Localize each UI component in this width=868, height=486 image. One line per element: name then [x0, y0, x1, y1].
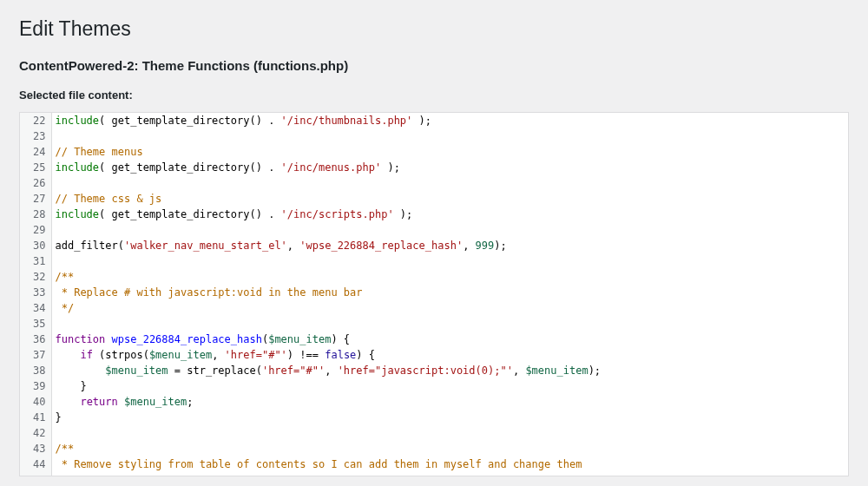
code-cell[interactable]: [51, 316, 848, 332]
code-cell[interactable]: * Remove styling from table of contents …: [51, 456, 848, 472]
code-cell[interactable]: */: [51, 300, 848, 316]
page-title: Edit Themes: [19, 17, 849, 41]
code-cell[interactable]: [51, 128, 848, 144]
code-line[interactable]: 32/**: [20, 269, 848, 285]
code-cell[interactable]: [51, 253, 848, 269]
code-cell[interactable]: if (strpos($menu_item, 'href="#"') !== f…: [51, 347, 848, 363]
line-number: 29: [20, 222, 51, 238]
code-line[interactable]: 44 * Remove styling from table of conten…: [20, 456, 848, 472]
code-line[interactable]: 28include( get_template_directory() . '/…: [20, 207, 848, 222]
code-cell[interactable]: include( get_template_directory() . '/in…: [51, 160, 848, 175]
code-line[interactable]: 25include( get_template_directory() . '/…: [20, 160, 848, 175]
code-cell[interactable]: // Theme css & js: [51, 191, 848, 207]
line-number: 36: [20, 332, 51, 347]
code-line[interactable]: 22include( get_template_directory() . '/…: [20, 113, 848, 128]
line-number: 39: [20, 378, 51, 394]
code-editor[interactable]: 22include( get_template_directory() . '/…: [19, 112, 849, 476]
code-line[interactable]: 26: [20, 175, 848, 191]
line-number: 27: [20, 191, 51, 207]
code-line[interactable]: 41}: [20, 410, 848, 425]
line-number: 28: [20, 207, 51, 222]
code-cell[interactable]: $menu_item = str_replace('href="#"', 'hr…: [51, 363, 848, 378]
line-number: 34: [20, 300, 51, 316]
code-line[interactable]: 45 */: [20, 472, 848, 476]
code-cell[interactable]: [51, 175, 848, 191]
code-line[interactable]: 43/**: [20, 441, 848, 456]
code-cell[interactable]: * Replace # with javascript:void in the …: [51, 285, 848, 300]
code-line[interactable]: 33 * Replace # with javascript:void in t…: [20, 285, 848, 300]
line-number: 22: [20, 113, 51, 128]
line-number: 37: [20, 347, 51, 363]
code-line[interactable]: 38 $menu_item = str_replace('href="#"', …: [20, 363, 848, 378]
line-number: 44: [20, 456, 51, 472]
line-number: 45: [20, 472, 51, 476]
line-number: 43: [20, 441, 51, 456]
code-line[interactable]: 34 */: [20, 300, 848, 316]
code-line[interactable]: 39 }: [20, 378, 848, 394]
code-cell[interactable]: }: [51, 410, 848, 425]
code-line[interactable]: 35: [20, 316, 848, 332]
code-line[interactable]: 30add_filter('walker_nav_menu_start_el',…: [20, 238, 848, 253]
code-line[interactable]: 40 return $menu_item;: [20, 394, 848, 410]
code-line[interactable]: 27// Theme css & js: [20, 191, 848, 207]
code-line[interactable]: 36function wpse_226884_replace_hash($men…: [20, 332, 848, 347]
line-number: 41: [20, 410, 51, 425]
line-number: 30: [20, 238, 51, 253]
line-number: 33: [20, 285, 51, 300]
line-number: 24: [20, 144, 51, 160]
code-cell[interactable]: function wpse_226884_replace_hash($menu_…: [51, 332, 848, 347]
code-line[interactable]: 24// Theme menus: [20, 144, 848, 160]
code-line[interactable]: 23: [20, 128, 848, 144]
code-cell[interactable]: [51, 425, 848, 441]
line-number: 40: [20, 394, 51, 410]
line-number: 26: [20, 175, 51, 191]
code-line[interactable]: 37 if (strpos($menu_item, 'href="#"') !=…: [20, 347, 848, 363]
code-line[interactable]: 29: [20, 222, 848, 238]
line-number: 42: [20, 425, 51, 441]
code-cell[interactable]: */: [51, 472, 848, 476]
code-cell[interactable]: /**: [51, 269, 848, 285]
line-number: 23: [20, 128, 51, 144]
code-cell[interactable]: add_filter('walker_nav_menu_start_el', '…: [51, 238, 848, 253]
code-cell[interactable]: /**: [51, 441, 848, 456]
code-cell[interactable]: return $menu_item;: [51, 394, 848, 410]
line-number: 25: [20, 160, 51, 175]
line-number: 31: [20, 253, 51, 269]
subtitle: ContentPowered-2: Theme Functions (funct…: [19, 58, 849, 73]
code-cell[interactable]: include( get_template_directory() . '/in…: [51, 207, 848, 222]
code-line[interactable]: 42: [20, 425, 848, 441]
line-number: 38: [20, 363, 51, 378]
code-line[interactable]: 31: [20, 253, 848, 269]
code-cell[interactable]: }: [51, 378, 848, 394]
line-number: 32: [20, 269, 51, 285]
code-cell[interactable]: include( get_template_directory() . '/in…: [51, 113, 848, 128]
code-cell[interactable]: [51, 222, 848, 238]
code-cell[interactable]: // Theme menus: [51, 144, 848, 160]
line-number: 35: [20, 316, 51, 332]
selected-file-label: Selected file content:: [19, 89, 849, 102]
code-table[interactable]: 22include( get_template_directory() . '/…: [20, 113, 848, 476]
